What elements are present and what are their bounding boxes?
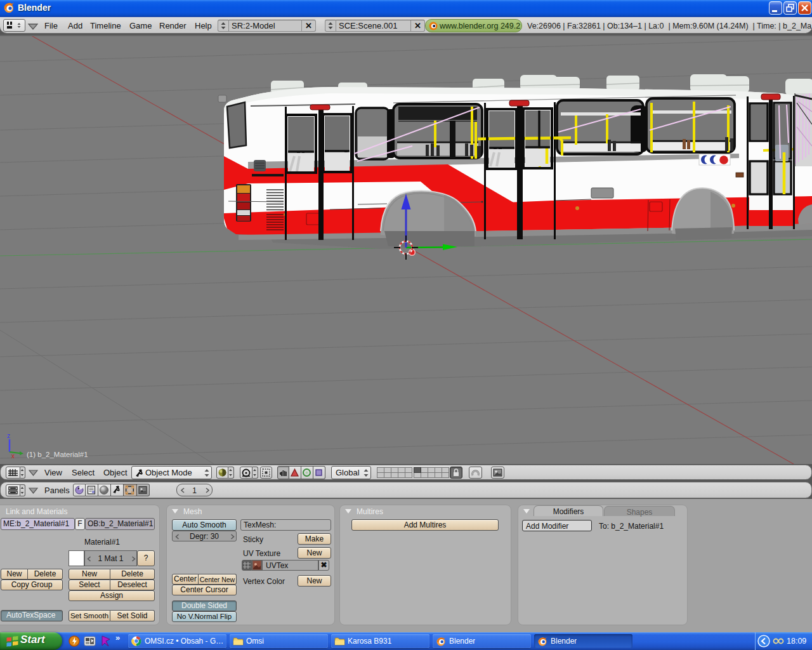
svg-text:(1) b_2_Material#1: (1) b_2_Material#1 bbox=[27, 451, 88, 458]
svg-text:z: z bbox=[7, 432, 10, 439]
svg-text:x: x bbox=[11, 453, 15, 460]
